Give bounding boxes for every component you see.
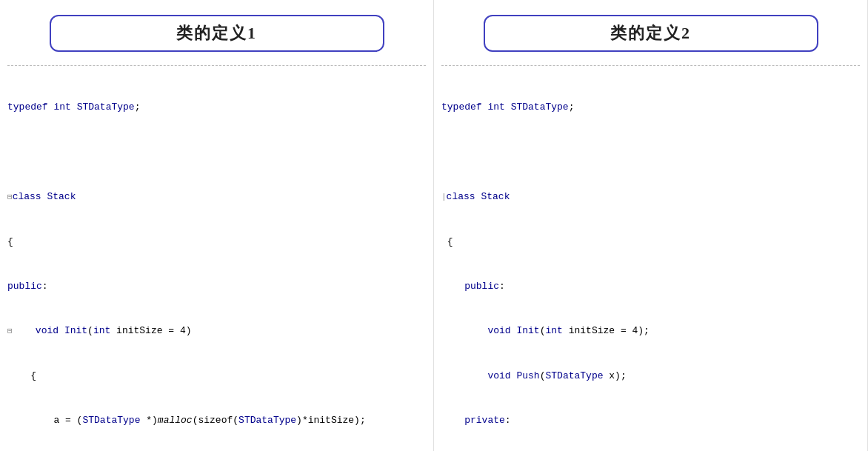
- title-left: 类的定义1: [50, 15, 384, 52]
- panel-left: 类的定义1 typedef int STDataType; ⊟class Sta…: [0, 0, 434, 451]
- code-right: typedef int STDataType; |class Stack { p…: [441, 70, 860, 451]
- code-left: typedef int STDataType; ⊟class Stack { p…: [7, 70, 426, 451]
- title-right: 类的定义2: [484, 15, 818, 52]
- panel-right: 类的定义2 typedef int STDataType; |class Sta…: [434, 0, 868, 451]
